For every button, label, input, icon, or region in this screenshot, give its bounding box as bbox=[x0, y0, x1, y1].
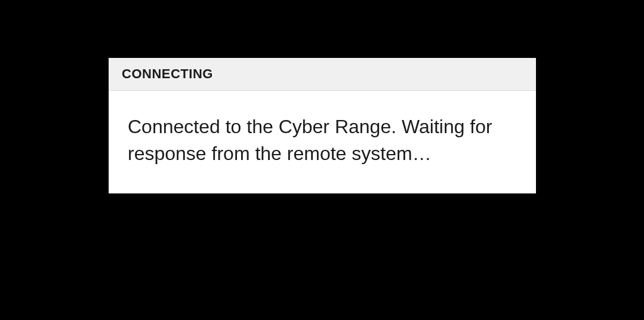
dialog-message: Connected to the Cyber Range. Waiting fo… bbox=[128, 113, 517, 167]
dialog-body: Connected to the Cyber Range. Waiting fo… bbox=[109, 91, 536, 193]
connecting-dialog: CONNECTING Connected to the Cyber Range.… bbox=[109, 58, 536, 193]
dialog-title: CONNECTING bbox=[122, 66, 523, 82]
dialog-header: CONNECTING bbox=[109, 58, 536, 91]
